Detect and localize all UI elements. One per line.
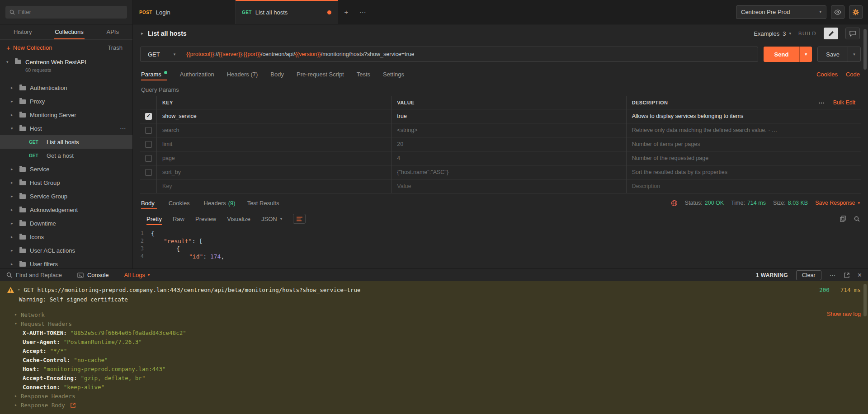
cookies-link[interactable]: Cookies <box>816 71 838 78</box>
param-checkbox[interactable] <box>145 141 152 148</box>
param-value-cell[interactable]: Value <box>391 179 626 193</box>
open-new-tab-button[interactable]: + <box>338 0 354 24</box>
collection-tree-item[interactable]: Downtime⋯ <box>0 216 132 230</box>
response-view-tab[interactable]: Raw <box>173 211 184 227</box>
console-log-node[interactable]: Cache-Control:"no-cache" <box>7 355 861 364</box>
log-filter-dropdown[interactable]: All Logs <box>124 272 150 278</box>
param-checkbox[interactable] <box>145 169 152 176</box>
copy-icon[interactable] <box>840 216 846 222</box>
save-options-button[interactable] <box>848 47 860 61</box>
network-status-icon[interactable] <box>671 200 678 207</box>
param-key-cell[interactable]: limit <box>156 137 391 151</box>
close-console-icon[interactable]: × <box>858 272 862 279</box>
clear-console-button[interactable]: Clear <box>796 270 821 280</box>
collection-tree-item[interactable]: GETList all hosts⋯ <box>0 135 132 149</box>
documentation-button[interactable] <box>824 28 838 39</box>
collapse-request-icon[interactable] <box>141 31 143 36</box>
method-selector[interactable]: GET <box>141 51 183 58</box>
request-tab[interactable]: GETList all hosts <box>236 0 338 24</box>
request-section-tab[interactable]: Tests <box>357 66 370 83</box>
param-key-cell[interactable]: page <box>156 151 391 165</box>
sidebar-nav-tab[interactable]: APIs <box>107 24 119 39</box>
request-section-tab[interactable]: Body <box>270 66 284 83</box>
request-tab[interactable]: POSTLogin <box>133 0 236 24</box>
open-in-new-icon[interactable] <box>844 273 849 278</box>
console-request-entry[interactable]: GET https://monitoring-preprod.company.l… <box>7 286 861 294</box>
collection-tree-item[interactable]: Host Group⋯ <box>0 176 132 189</box>
response-view-tab[interactable]: Preview <box>195 211 216 227</box>
param-description-cell[interactable]: Number of the requested page <box>626 151 861 165</box>
send-button[interactable]: Send <box>764 47 812 62</box>
response-format-dropdown[interactable]: JSON <box>261 216 282 222</box>
search-response-icon[interactable] <box>854 216 860 222</box>
console-log-node[interactable]: Connection:"keep-alive" <box>7 382 861 391</box>
request-section-tab[interactable]: Pre-request Script <box>297 66 344 83</box>
save-response-button[interactable]: Save Response <box>815 200 860 206</box>
request-section-tab[interactable]: Headers (7) <box>227 66 258 83</box>
trash-button[interactable]: Trash <box>108 44 126 51</box>
param-key-cell[interactable]: Key <box>156 179 391 193</box>
scrollbar[interactable] <box>863 29 867 70</box>
chevron-down-icon[interactable] <box>6 60 11 64</box>
sidebar-filter[interactable] <box>5 6 127 19</box>
chevron-down-icon[interactable] <box>18 288 20 292</box>
console-log-node[interactable]: User-Agent:"PostmanRuntime/7.26.3" <box>7 337 861 346</box>
param-description-cell[interactable]: Sort the resulted data by its properties <box>626 165 861 179</box>
response-section-tab[interactable]: Test Results <box>247 195 282 211</box>
console-log-node[interactable]: Accept:"*/*" <box>7 346 861 355</box>
code-link[interactable]: Code <box>846 71 860 78</box>
settings-button[interactable] <box>849 5 863 19</box>
collection-tree-item[interactable]: Host⋯ <box>0 122 132 135</box>
console-log-node[interactable]: Host:"monitoring-preprod.company.lan:443… <box>7 364 861 373</box>
param-checkbox[interactable] <box>145 113 152 120</box>
save-button[interactable]: Save <box>817 47 861 62</box>
param-value-cell[interactable]: {"host.name":"ASC"} <box>391 165 626 179</box>
request-section-tab[interactable]: Params <box>141 66 167 83</box>
param-key-cell[interactable]: show_service <box>156 109 391 123</box>
sidebar-nav-tab[interactable]: History <box>14 24 32 39</box>
response-section-tab[interactable]: Body <box>141 195 157 211</box>
console-log-node[interactable]: Response Headers <box>7 391 861 400</box>
collection-tree-item[interactable]: GETGet a host⋯ <box>0 149 132 162</box>
collection-tree-item[interactable]: Monitoring Server⋯ <box>0 108 132 122</box>
tab-menu-button[interactable]: ⋯ <box>354 0 371 24</box>
url-input[interactable]: {{protocol}}://{{server}}:{{port}}/centr… <box>183 51 414 57</box>
console-menu-icon[interactable]: ⋯ <box>830 272 836 278</box>
param-key-cell[interactable]: sort_by <box>156 165 391 179</box>
response-view-tab[interactable]: Visualize <box>227 211 250 227</box>
collection-tree-item[interactable]: User ACL actions⋯ <box>0 244 132 257</box>
collection-tree-item[interactable]: Authentication⋯ <box>0 81 132 94</box>
collection-tree-item[interactable]: Service⋯ <box>0 162 132 176</box>
console-log-node[interactable]: Request Headers <box>7 319 861 328</box>
console-log-node[interactable]: Response Body <box>7 400 861 409</box>
response-section-tab[interactable]: Cookies <box>169 195 192 211</box>
request-section-tab[interactable]: Authorization <box>180 66 214 83</box>
environment-selector[interactable]: Centreon Pre Prod <box>736 5 826 19</box>
param-key-cell[interactable]: search <box>156 123 391 137</box>
collection-tree-item[interactable]: Icons⋯ <box>0 230 132 244</box>
examples-dropdown[interactable]: Examples 3 <box>754 30 791 37</box>
collection-tree-item[interactable]: User filters⋯ <box>0 257 132 268</box>
response-body-viewer[interactable]: 1{2"result": [3{4"id": 174, <box>133 227 868 268</box>
collection-tree-item[interactable]: Acknowledgement⋯ <box>0 203 132 216</box>
scrollbar[interactable] <box>863 284 867 316</box>
param-checkbox[interactable] <box>145 127 152 134</box>
sidebar-nav-tab[interactable]: Collections <box>55 24 84 39</box>
collection-tree-item[interactable]: Service Group⋯ <box>0 189 132 203</box>
console-log-node[interactable]: Network <box>7 310 861 319</box>
collection-tree-item[interactable]: Proxy⋯ <box>0 94 132 108</box>
collection-root[interactable]: Centreon Web RestAPI 60 requests <box>0 55 132 75</box>
param-value-cell[interactable]: 20 <box>391 137 626 151</box>
param-description-cell[interactable]: Description <box>626 179 861 193</box>
param-description-cell[interactable]: Retrieve only data matching the defined … <box>626 123 861 137</box>
wrap-text-button[interactable] <box>293 214 306 224</box>
filter-input[interactable] <box>18 9 123 15</box>
param-description-cell[interactable]: Allows to display services belonging to … <box>626 109 861 123</box>
response-section-tab[interactable]: Headers(9) <box>204 195 236 211</box>
environment-quick-look-button[interactable] <box>831 5 844 19</box>
new-collection-button[interactable]: +New Collection <box>6 44 52 51</box>
item-options-icon[interactable]: ⋯ <box>120 125 126 132</box>
param-value-cell[interactable]: <string> <box>391 123 626 137</box>
bulk-edit-link[interactable]: Bulk Edit <box>833 99 855 106</box>
comments-button[interactable] <box>845 28 860 39</box>
